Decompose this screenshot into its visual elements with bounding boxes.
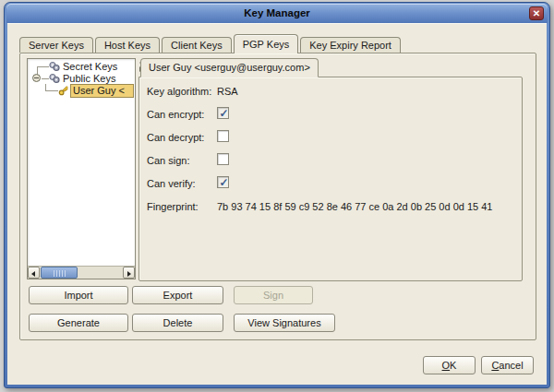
tab-key-expiry-report[interactable]: Key Expiry Report: [300, 37, 401, 53]
window-title: Key Manager: [6, 4, 548, 23]
fingerprint-value: 7b 93 74 15 8f 59 c9 52 8e 46 77 ce 0a 2…: [217, 201, 492, 212]
can-decrypt-label: Can decrypt:: [147, 132, 204, 143]
tab-client-keys[interactable]: Client Keys: [162, 37, 232, 53]
tree-horizontal-scrollbar[interactable]: [28, 266, 135, 279]
can-sign-label: Can sign:: [147, 155, 189, 166]
left-triangle-icon: [31, 271, 35, 277]
generate-button[interactable]: Generate: [29, 314, 128, 332]
key-tree[interactable]: Secret Keys Public Keys: [27, 58, 136, 279]
scroll-left-arrow-icon[interactable]: [28, 267, 40, 279]
can-verify-checkbox[interactable]: [217, 176, 229, 188]
ok-button[interactable]: OK: [423, 356, 476, 374]
can-encrypt-label: Can encrypt:: [147, 109, 204, 120]
tree-selected-item-label: User Guy <: [70, 84, 134, 98]
key-details-tab[interactable]: User Guy <userguy@userguy.com>: [140, 58, 319, 77]
keyring-icon: [49, 73, 60, 84]
fingerprint-label: Fingerprint:: [147, 201, 199, 212]
cancel-button-label: Cancel: [482, 357, 533, 374]
tree-item-user-guy[interactable]: User Guy <: [28, 85, 135, 97]
delete-button[interactable]: Delete: [132, 314, 223, 332]
tab-bar: Server Keys Host Keys Client Keys PGP Ke…: [19, 34, 401, 53]
scroll-right-arrow-icon[interactable]: [123, 267, 135, 279]
can-encrypt-checkbox[interactable]: [217, 107, 229, 119]
gold-key-icon: [58, 85, 69, 96]
key-algorithm-label: Key algorithm:: [147, 86, 211, 97]
tab-pgp-keys[interactable]: PGP Keys: [234, 34, 299, 53]
tab-server-keys[interactable]: Server Keys: [19, 37, 93, 53]
scrollbar-thumb[interactable]: [41, 267, 78, 279]
close-icon[interactable]: ✕: [529, 6, 544, 20]
key-manager-window: Key Manager ✕ Server Keys Host Keys Clie…: [4, 2, 550, 388]
cancel-button[interactable]: Cancel: [481, 356, 534, 374]
view-signatures-button[interactable]: View Signatures: [234, 314, 335, 332]
ok-button-label: OK: [424, 357, 475, 374]
import-button[interactable]: Import: [29, 286, 128, 304]
can-sign-checkbox[interactable]: [217, 153, 229, 165]
dialog-content: Server Keys Host Keys Client Keys PGP Ke…: [7, 23, 547, 385]
titlebar[interactable]: Key Manager ✕: [6, 4, 548, 23]
tab-host-keys[interactable]: Host Keys: [95, 37, 160, 53]
sign-button: Sign: [234, 286, 313, 304]
tree-item-label: Secret Keys: [63, 61, 117, 73]
keyring-icon: [49, 61, 60, 72]
export-button[interactable]: Export: [132, 286, 223, 304]
can-decrypt-checkbox[interactable]: [217, 130, 229, 142]
key-algorithm-value: RSA: [217, 86, 238, 97]
tree-item-secret-keys[interactable]: Secret Keys: [28, 61, 117, 73]
right-triangle-icon: [127, 271, 131, 277]
can-verify-label: Can verify:: [147, 178, 196, 189]
key-details-panel: Key algorithm: RSA Can encrypt: Can decr…: [138, 77, 523, 281]
